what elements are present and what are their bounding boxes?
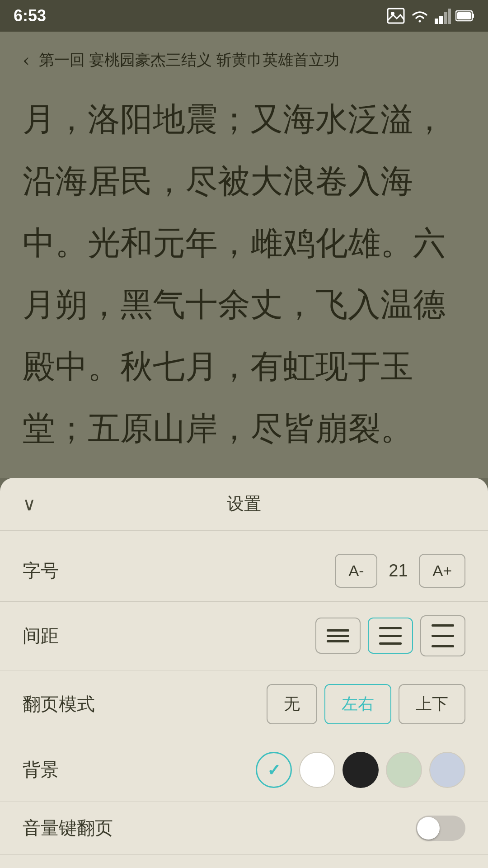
page-mode-leftright-button[interactable]: 左右 bbox=[324, 684, 391, 724]
svg-rect-8 bbox=[457, 12, 471, 19]
page-mode-row: 翻页模式 无 左右 上下 bbox=[0, 670, 488, 738]
chapter-title: 第一回 宴桃园豪杰三结义 斩黄巾英雄首立功 bbox=[39, 50, 339, 71]
spacing-medium-icon bbox=[379, 627, 402, 645]
chapter-nav: ‹ 第一回 宴桃园豪杰三结义 斩黄巾英雄首立功 bbox=[23, 50, 465, 71]
bg-black-button[interactable] bbox=[343, 752, 379, 788]
svg-rect-4 bbox=[444, 12, 447, 24]
image-icon bbox=[387, 8, 405, 24]
background-label: 背景 bbox=[23, 757, 59, 782]
spacing-compact-icon bbox=[327, 629, 349, 642]
font-size-row: 字号 A- 21 A+ bbox=[0, 540, 488, 602]
back-button[interactable]: ‹ bbox=[23, 50, 30, 71]
signal-icon bbox=[435, 8, 451, 24]
settings-body: 字号 A- 21 A+ 间距 bbox=[0, 531, 488, 868]
reading-area: ‹ 第一回 宴桃园豪杰三结义 斩黄巾英雄首立功 月，洛阳地震；又海水泛溢，沿海居… bbox=[0, 32, 488, 478]
settings-header: ∨ 设置 bbox=[0, 478, 488, 531]
svg-rect-2 bbox=[435, 19, 438, 24]
spacing-compact-button[interactable] bbox=[315, 618, 361, 654]
settings-panel: ∨ 设置 字号 A- 21 A+ 间距 bbox=[0, 478, 488, 868]
bg-blue-button[interactable] bbox=[429, 752, 465, 788]
wifi-icon bbox=[409, 8, 430, 24]
svg-rect-5 bbox=[448, 9, 451, 24]
font-size-value: 21 bbox=[385, 561, 412, 580]
svg-rect-7 bbox=[472, 14, 474, 18]
svg-rect-3 bbox=[439, 16, 443, 24]
spacing-label: 间距 bbox=[23, 623, 59, 648]
bg-warm-checkmark: ✓ bbox=[267, 760, 281, 779]
spacing-controls bbox=[315, 615, 465, 656]
font-decrease-button[interactable]: A- bbox=[335, 554, 377, 588]
status-time: 6:53 bbox=[14, 6, 46, 25]
spacing-loose-button[interactable] bbox=[420, 615, 465, 656]
bg-white-button[interactable] bbox=[299, 752, 335, 788]
page-mode-label: 翻页模式 bbox=[23, 692, 95, 717]
spacing-medium-button[interactable] bbox=[368, 618, 413, 654]
status-bar: 6:53 bbox=[0, 0, 488, 32]
bg-warm-button[interactable]: ✓ bbox=[256, 752, 292, 788]
status-icons bbox=[387, 8, 474, 24]
reading-text: 月，洛阳地震；又海水泛溢，沿海居民，尽被大浪卷入海中。光和元年，雌鸡化雄。六月朔… bbox=[23, 89, 465, 460]
background-row: 背景 ✓ bbox=[0, 738, 488, 802]
battery-icon bbox=[455, 9, 474, 23]
page-mode-controls: 无 左右 上下 bbox=[267, 684, 465, 724]
font-increase-button[interactable]: A+ bbox=[419, 554, 465, 588]
page-mode-none-button[interactable]: 无 bbox=[267, 684, 317, 724]
volume-flip-row: 音量键翻页 bbox=[0, 802, 488, 855]
spacing-loose-icon bbox=[432, 624, 454, 647]
font-size-controls: A- 21 A+ bbox=[335, 554, 465, 588]
spacing-row: 间距 bbox=[0, 602, 488, 670]
volume-flip-toggle[interactable] bbox=[416, 816, 465, 841]
volume-flip-label: 音量键翻页 bbox=[23, 816, 113, 840]
settings-title: 设置 bbox=[227, 492, 261, 515]
single-hand-row: 单手模式 点击左右两侧翻下一页 bbox=[0, 855, 488, 868]
page-mode-updown-button[interactable]: 上下 bbox=[399, 684, 465, 724]
font-size-label: 字号 bbox=[23, 558, 59, 583]
toggle-knob bbox=[417, 817, 440, 840]
collapse-button[interactable]: ∨ bbox=[23, 494, 36, 514]
background-controls: ✓ bbox=[256, 752, 465, 788]
bg-green-button[interactable] bbox=[386, 752, 422, 788]
